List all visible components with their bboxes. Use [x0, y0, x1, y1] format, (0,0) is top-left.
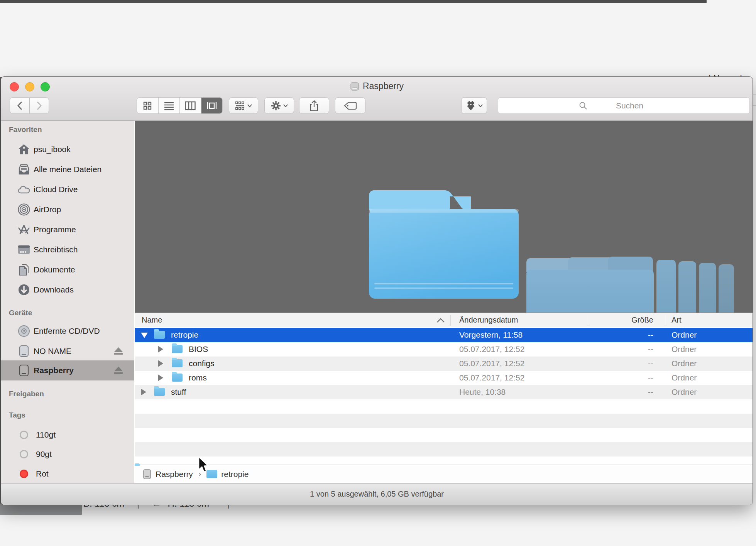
status-text: 1 von 5 ausgewählt, 6,05 GB verfügbar	[310, 490, 444, 499]
chevron-left-icon	[17, 101, 23, 111]
table-row-stuff[interactable]: stuff Heute, 10:38 -- Ordner	[135, 385, 753, 399]
finder-window: Raspberry	[1, 77, 753, 505]
disclosure-closed-icon[interactable]	[141, 389, 146, 396]
disclosure-open-icon[interactable]	[141, 333, 148, 338]
row-kind: Ordner	[671, 387, 697, 397]
window-title-text: Raspberry	[363, 81, 404, 91]
share-icon	[310, 100, 319, 112]
disk-icon	[350, 82, 359, 93]
sort-ascending-icon	[436, 318, 445, 323]
folder-icon	[154, 388, 165, 396]
sidebar-item-downloads[interactable]: Downloads	[1, 280, 134, 300]
sidebar-item-label: Dokumente	[34, 265, 75, 274]
disk-icon	[142, 469, 152, 479]
list-view-icon	[164, 101, 174, 110]
share-button[interactable]	[299, 97, 329, 114]
arrange-button[interactable]	[229, 97, 258, 114]
folder-icon	[172, 374, 183, 382]
back-button[interactable]	[10, 97, 29, 114]
sidebar-item-label: Programme	[34, 225, 76, 234]
folder-icon	[154, 331, 165, 339]
sidebar-item-tag-rot[interactable]: Rot	[1, 464, 134, 484]
row-kind: Ordner	[671, 373, 697, 382]
view-list-button[interactable]	[159, 98, 180, 113]
row-name: BIOS	[189, 345, 208, 354]
row-size: --	[603, 345, 653, 354]
row-kind: Ordner	[671, 359, 697, 368]
column-header-size[interactable]: Größe	[603, 316, 653, 325]
table-row-roms[interactable]: roms 05.07.2017, 12:52 -- Ordner	[135, 371, 753, 385]
row-size: --	[603, 330, 653, 340]
coverflow-folder-sliver[interactable]	[656, 260, 676, 313]
sidebar-section-tags: Tags	[9, 411, 25, 419]
search-icon	[579, 101, 587, 110]
row-size: --	[603, 387, 653, 397]
background-window-edge	[0, 0, 707, 3]
disclosure-closed-icon[interactable]	[158, 374, 163, 381]
row-date: Vorgestern, 11:58	[459, 330, 523, 340]
mouse-cursor	[198, 456, 209, 473]
sidebar-item-tag-110gt[interactable]: 110gt	[1, 425, 134, 445]
status-bar: 1 von 5 ausgewählt, 6,05 GB verfügbar	[1, 483, 753, 505]
search-input[interactable]	[590, 101, 669, 111]
sidebar-item-icloud-drive[interactable]: iCloud Drive	[1, 179, 134, 199]
sidebar-item-label: Downloads	[34, 285, 74, 294]
path-item-raspberry[interactable]: Raspberry	[142, 469, 193, 479]
disclosure-closed-icon[interactable]	[158, 360, 163, 367]
row-date: 05.07.2017, 12:52	[459, 345, 524, 354]
dropbox-button[interactable]	[461, 97, 487, 114]
empty-row-stripe	[135, 442, 753, 456]
sidebar-item-label: AirDrop	[34, 205, 61, 214]
sidebar-item-tag-90gt[interactable]: 90gt	[1, 444, 134, 464]
table-row-configs[interactable]: configs 05.07.2017, 12:52 -- Ordner	[135, 357, 753, 371]
home-icon	[17, 143, 30, 156]
view-columns-button[interactable]	[180, 98, 201, 113]
coverflow-folder-sliver[interactable]	[719, 264, 734, 313]
search-field[interactable]	[498, 97, 750, 114]
row-kind: Ordner	[671, 345, 697, 354]
sidebar-item-airdrop[interactable]: AirDrop	[1, 199, 134, 220]
sidebar-item-label: 90gt	[36, 450, 52, 459]
tag-button[interactable]	[335, 97, 365, 114]
path-item-retropie[interactable]: retropie	[206, 470, 249, 479]
sidebar-item-raspberry[interactable]: Raspberry	[1, 360, 134, 380]
sidebar-item-entfernte-cd-dvd[interactable]: Entfernte CD/DVD	[1, 321, 134, 341]
folder-icon	[172, 359, 183, 367]
sidebar-item-programme[interactable]: Programme	[1, 220, 134, 240]
view-icons-button[interactable]	[137, 98, 159, 113]
empty-row-stripe	[135, 414, 753, 428]
column-header-name[interactable]: Name	[142, 316, 162, 325]
cd-icon	[17, 325, 30, 338]
coverflow-folder-stack[interactable]	[526, 270, 654, 313]
sidebar-item-dokumente[interactable]: Dokumente	[1, 260, 134, 280]
view-coverflow-button[interactable]	[201, 98, 223, 113]
sidebar-item-alle-meine-dateien[interactable]: Alle meine Dateien	[1, 159, 134, 179]
table-row-retropie[interactable]: retropie Vorgestern, 11:58 -- Ordner	[135, 328, 753, 342]
coverflow-folder-sliver[interactable]	[699, 263, 716, 313]
row-date: 05.07.2017, 12:52	[459, 373, 524, 382]
sidebar-item-label: NO NAME	[34, 347, 71, 356]
column-header-date[interactable]: Änderungsdatum	[459, 316, 518, 325]
eject-icon[interactable]	[113, 347, 123, 357]
sidebar-item-schreibtisch[interactable]: Schreibtisch	[1, 240, 134, 260]
coverflow-folder-sliver[interactable]	[678, 261, 696, 313]
eject-icon[interactable]	[113, 366, 123, 377]
gear-icon	[271, 101, 281, 111]
list-header: Name Änderungsdatum Größe Art	[135, 313, 753, 327]
all-files-icon	[17, 163, 30, 176]
column-header-kind[interactable]: Art	[671, 316, 682, 325]
applications-icon	[17, 223, 30, 236]
folder-icon	[172, 345, 183, 353]
row-name: retropie	[171, 330, 198, 340]
row-date: 05.07.2017, 12:52	[459, 359, 524, 368]
forward-button[interactable]	[29, 97, 49, 114]
dropbox-icon	[466, 101, 476, 110]
disclosure-closed-icon[interactable]	[158, 346, 163, 353]
action-button[interactable]	[264, 97, 294, 114]
table-row-bios[interactable]: BIOS 05.07.2017, 12:52 -- Ordner	[135, 342, 753, 357]
sidebar-item-no-name[interactable]: NO NAME	[1, 341, 134, 361]
chevron-down-icon	[283, 104, 288, 107]
row-kind: Ordner	[671, 330, 697, 340]
coverflow-folder-retropie[interactable]	[364, 173, 523, 299]
sidebar-item-psu-ibook[interactable]: psu_ibook	[1, 139, 134, 159]
